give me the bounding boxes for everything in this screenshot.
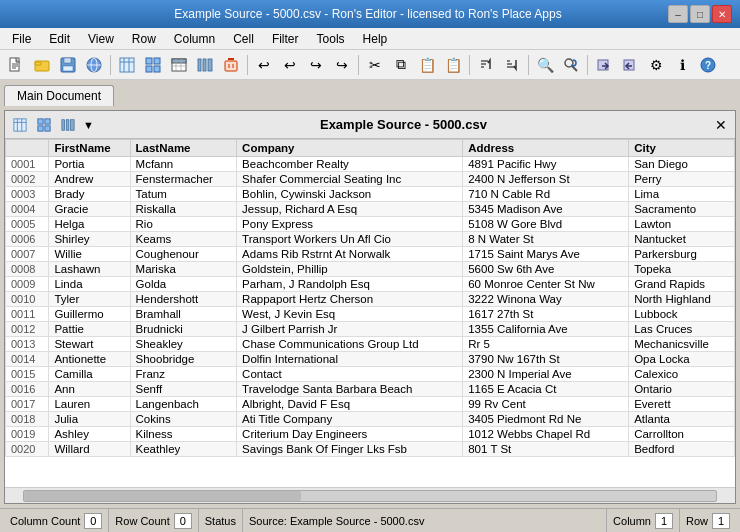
redo-button[interactable]: ↪ xyxy=(304,53,328,77)
close-button[interactable]: ✕ xyxy=(712,5,732,23)
cell-firstname[interactable]: Brady xyxy=(49,187,130,202)
cell-company[interactable]: Goldstein, Phillip xyxy=(237,262,463,277)
cell-address[interactable]: 1715 Saint Marys Ave xyxy=(463,247,629,262)
cell-city[interactable]: Parkersburg xyxy=(629,247,735,262)
cell-lastname[interactable]: Brudnicki xyxy=(130,322,237,337)
cell-address[interactable]: 5600 Sw 6th Ave xyxy=(463,262,629,277)
table-row[interactable]: 0011 Guillermo Bramhall West, J Kevin Es… xyxy=(6,307,735,322)
tab-main-document[interactable]: Main Document xyxy=(4,85,114,106)
new-button[interactable] xyxy=(4,53,28,77)
cell-firstname[interactable]: Guillermo xyxy=(49,307,130,322)
cell-city[interactable]: Lawton xyxy=(629,217,735,232)
cell-company[interactable]: Dolfin International xyxy=(237,352,463,367)
cell-lastname[interactable]: Riskalla xyxy=(130,202,237,217)
redo2-button[interactable]: ↪ xyxy=(330,53,354,77)
cell-lastname[interactable]: Coughenour xyxy=(130,247,237,262)
cell-lastname[interactable]: Golda xyxy=(130,277,237,292)
cell-city[interactable]: Topeka xyxy=(629,262,735,277)
grid-button[interactable] xyxy=(141,53,165,77)
cell-city[interactable]: Perry xyxy=(629,172,735,187)
web-button[interactable] xyxy=(82,53,106,77)
cell-firstname[interactable]: Pattie xyxy=(49,322,130,337)
import-button[interactable] xyxy=(592,53,616,77)
table-row[interactable]: 0016 Ann Senff Travelodge Santa Barbara … xyxy=(6,382,735,397)
cell-city[interactable]: Lubbock xyxy=(629,307,735,322)
cell-firstname[interactable]: Linda xyxy=(49,277,130,292)
cell-city[interactable]: Ontario xyxy=(629,382,735,397)
cell-address[interactable]: 8 N Water St xyxy=(463,232,629,247)
cell-company[interactable]: Contact xyxy=(237,367,463,382)
menu-edit[interactable]: Edit xyxy=(41,30,78,48)
cell-firstname[interactable]: Tyler xyxy=(49,292,130,307)
inner-col-button[interactable] xyxy=(57,114,79,136)
cell-city[interactable]: Sacramento xyxy=(629,202,735,217)
col-company[interactable]: Company xyxy=(237,140,463,157)
cell-lastname[interactable]: Kilness xyxy=(130,427,237,442)
inner-grid-button[interactable] xyxy=(33,114,55,136)
horizontal-scrollbar[interactable] xyxy=(5,487,735,503)
cell-lastname[interactable]: Bramhall xyxy=(130,307,237,322)
cell-address[interactable]: 2300 N Imperial Ave xyxy=(463,367,629,382)
cell-address[interactable]: 710 N Cable Rd xyxy=(463,187,629,202)
cell-address[interactable]: 1355 California Ave xyxy=(463,322,629,337)
cell-address[interactable]: 1012 Webbs Chapel Rd xyxy=(463,427,629,442)
replace-button[interactable] xyxy=(559,53,583,77)
cell-city[interactable]: Lima xyxy=(629,187,735,202)
cell-company[interactable]: J Gilbert Parrish Jr xyxy=(237,322,463,337)
columns-button[interactable] xyxy=(193,53,217,77)
cell-company[interactable]: West, J Kevin Esq xyxy=(237,307,463,322)
cell-firstname[interactable]: Ashley xyxy=(49,427,130,442)
undo2-button[interactable]: ↩ xyxy=(278,53,302,77)
find-button[interactable]: 🔍 xyxy=(533,53,557,77)
cell-firstname[interactable]: Gracie xyxy=(49,202,130,217)
cell-lastname[interactable]: Senff xyxy=(130,382,237,397)
cell-city[interactable]: Mechanicsville xyxy=(629,337,735,352)
table-row[interactable]: 0014 Antionette Shoobridge Dolfin Intern… xyxy=(6,352,735,367)
cell-company[interactable]: Jessup, Richard A Esq xyxy=(237,202,463,217)
cell-city[interactable]: Atlanta xyxy=(629,412,735,427)
cell-city[interactable]: San Diego xyxy=(629,157,735,172)
cell-lastname[interactable]: Sheakley xyxy=(130,337,237,352)
copy-button[interactable]: ⧉ xyxy=(389,53,413,77)
settings-button[interactable]: ⚙ xyxy=(644,53,668,77)
table-row[interactable]: 0020 Willard Keathley Savings Bank Of Fi… xyxy=(6,442,735,457)
cell-address[interactable]: 4891 Pacific Hwy xyxy=(463,157,629,172)
cell-lastname[interactable]: Keams xyxy=(130,232,237,247)
cell-lastname[interactable]: Tatum xyxy=(130,187,237,202)
cell-city[interactable]: North Highland xyxy=(629,292,735,307)
table-row[interactable]: 0013 Stewart Sheakley Chase Communicatio… xyxy=(6,337,735,352)
cell-firstname[interactable]: Helga xyxy=(49,217,130,232)
cell-company[interactable]: Travelodge Santa Barbara Beach xyxy=(237,382,463,397)
cell-company[interactable]: Bohlin, Cywinski Jackson xyxy=(237,187,463,202)
cell-address[interactable]: 801 T St xyxy=(463,442,629,457)
cell-firstname[interactable]: Willie xyxy=(49,247,130,262)
cell-address[interactable]: Rr 5 xyxy=(463,337,629,352)
table-row[interactable]: 0005 Helga Rio Pony Express 5108 W Gore … xyxy=(6,217,735,232)
info-button[interactable]: ℹ xyxy=(670,53,694,77)
table-row[interactable]: 0015 Camilla Franz Contact 2300 N Imperi… xyxy=(6,367,735,382)
cell-company[interactable]: Shafer Commercial Seating Inc xyxy=(237,172,463,187)
col-city[interactable]: City xyxy=(629,140,735,157)
menu-cell[interactable]: Cell xyxy=(225,30,262,48)
open-button[interactable] xyxy=(30,53,54,77)
minimize-button[interactable]: – xyxy=(668,5,688,23)
cut-button[interactable]: ✂ xyxy=(363,53,387,77)
maximize-button[interactable]: □ xyxy=(690,5,710,23)
delete-button[interactable] xyxy=(219,53,243,77)
table-row[interactable]: 0002 Andrew Fenstermacher Shafer Commerc… xyxy=(6,172,735,187)
cell-address[interactable]: 1165 E Acacia Ct xyxy=(463,382,629,397)
cell-firstname[interactable]: Shirley xyxy=(49,232,130,247)
table-row[interactable]: 0006 Shirley Keams Transport Workers Un … xyxy=(6,232,735,247)
cell-city[interactable]: Calexico xyxy=(629,367,735,382)
cell-company[interactable]: Pony Express xyxy=(237,217,463,232)
sort-desc-button[interactable] xyxy=(500,53,524,77)
table-row[interactable]: 0017 Lauren Langenbach Albright, David F… xyxy=(6,397,735,412)
cell-firstname[interactable]: Antionette xyxy=(49,352,130,367)
undo-button[interactable]: ↩ xyxy=(252,53,276,77)
col-lastname[interactable]: LastName xyxy=(130,140,237,157)
export-button[interactable] xyxy=(618,53,642,77)
cell-address[interactable]: 1617 27th St xyxy=(463,307,629,322)
cell-city[interactable]: Opa Locka xyxy=(629,352,735,367)
cell-firstname[interactable]: Willard xyxy=(49,442,130,457)
col-firstname[interactable]: FirstName xyxy=(49,140,130,157)
